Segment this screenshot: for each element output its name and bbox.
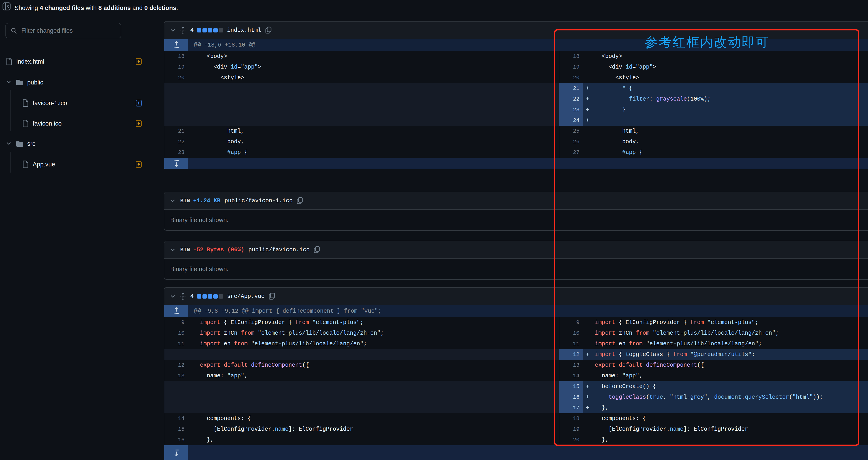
copy-path-button[interactable] [296, 197, 304, 205]
line-number: 18 [559, 413, 583, 424]
line-number: 11 [559, 339, 583, 349]
line-number: 26 [559, 136, 583, 147]
diff-code-row: 21 + * { [559, 83, 868, 94]
drag-handle[interactable] [180, 26, 186, 34]
expand-up-button[interactable] [164, 305, 188, 317]
chevron-down-icon [169, 197, 176, 204]
code-line: <div id="app"> [200, 62, 559, 72]
hunk-header-text: @@ -18,6 +18,10 @@ [194, 39, 255, 51]
line-number: 20 [164, 72, 188, 83]
line-number: 12 [164, 360, 188, 371]
diff-code-row: 12 + import { toggleClass } from "@purea… [559, 349, 868, 360]
filter-changed-files-input[interactable] [21, 27, 113, 34]
file-name[interactable]: public/favicon-1.ico [224, 197, 292, 204]
file-name[interactable]: public/favicon.ico [248, 247, 310, 253]
chevron-down-icon[interactable] [5, 79, 12, 86]
line-number: 15 [164, 424, 188, 435]
diff-marker [583, 413, 595, 424]
diff-marker [583, 360, 595, 371]
diff-marker [583, 126, 595, 136]
diff-marker: + [583, 349, 595, 360]
diff-code-row: 13 export default defineComponent({ [559, 360, 868, 371]
code-line: export default defineComponent({ [200, 360, 559, 371]
line-number: 16 [164, 435, 188, 445]
line-number: 13 [559, 360, 583, 371]
file-icon [5, 57, 13, 66]
diff-code-row: 18 <body> [164, 51, 559, 62]
file-header[interactable]: BIN +1.24 KB public/favicon-1.ico [164, 192, 868, 210]
file-section-public-favicon-1-ico: BIN +1.24 KB public/favicon-1.ico Binary… [164, 192, 868, 231]
diff-code-row: 26 body, [559, 136, 868, 147]
sidebar-item-src[interactable]: src [0, 136, 150, 151]
diff-code-row: 9 import { ElConfigProvider } from "elem… [164, 317, 559, 328]
drag-handle-icon [180, 292, 186, 301]
tree-item-label: index.html [17, 58, 44, 65]
line-number: 15 [559, 381, 583, 392]
sidebar-item-app-vue[interactable]: App.vue [0, 157, 150, 172]
collapse-section-button[interactable] [169, 293, 176, 300]
tree-guide-line [10, 152, 11, 173]
code-line: body, [200, 136, 559, 147]
diff-code-row: 18 components: { [559, 413, 868, 424]
diff-code-row: 10 import zhCn from "element-plus/lib/lo… [559, 328, 868, 339]
diff-code-row: 20 }, [559, 435, 868, 445]
expand-up-button[interactable] [164, 39, 188, 51]
modified-status-icon [136, 120, 142, 127]
file-name[interactable]: index.html [227, 27, 261, 34]
sidebar-item-favicon-ico[interactable]: favicon.ico [0, 116, 150, 131]
chevron-down-icon[interactable] [5, 140, 12, 147]
collapse-file-tree-icon[interactable] [2, 2, 11, 11]
copy-path-button[interactable] [313, 246, 320, 254]
diff-marker [188, 72, 200, 83]
chevron-down-icon [169, 27, 176, 34]
sidebar-item-index-html[interactable]: index.html [0, 54, 150, 69]
diff-filler-row [164, 104, 559, 115]
file-name[interactable]: src/App.vue [227, 293, 265, 300]
diff-marker [583, 317, 595, 328]
diff-marker [583, 51, 595, 62]
diff-marker [188, 147, 200, 158]
expand-down-button[interactable] [164, 445, 188, 460]
chevron-down-icon[interactable] [5, 140, 12, 147]
expand-down-button[interactable] [164, 158, 188, 169]
diff-filler-row [164, 115, 559, 126]
diff-filler-row [164, 349, 559, 360]
chevron-down-icon[interactable] [5, 79, 12, 85]
drag-handle[interactable] [180, 292, 186, 301]
changes-count: 4 [190, 293, 194, 300]
filter-changed-files-box[interactable] [5, 23, 121, 38]
file-section-public-favicon-ico: BIN -52 Bytes (96%) public/favicon.ico B… [164, 241, 868, 280]
annotation-text: 参考红框内改动即可 [629, 34, 785, 51]
file-header[interactable]: 4 src/App.vue [164, 288, 868, 305]
diff-marker [583, 328, 595, 339]
code-line: import { ElConfigProvider } from "elemen… [200, 317, 559, 328]
file-section-src-app-vue: 4 src/App.vue @@ -9,8 +9,12 @@ import { … [164, 287, 868, 460]
collapse-section-button[interactable] [169, 27, 176, 34]
diff-marker [188, 435, 200, 445]
diff-code-row: 14 name: "app", [559, 371, 868, 381]
copy-icon [265, 26, 272, 34]
diff-stat-blocks [197, 294, 223, 299]
code-line: filter: grayscale(100%); [595, 94, 868, 104]
copy-path-button[interactable] [268, 293, 276, 300]
file-header[interactable]: BIN -52 Bytes (96%) public/favicon.ico [164, 241, 868, 259]
diff-marker: + [583, 83, 595, 94]
copy-icon [313, 246, 320, 254]
diff-marker: + [583, 403, 595, 413]
code-line: components: { [200, 413, 559, 424]
collapse-section-button[interactable] [169, 246, 176, 253]
diff-filler-row [164, 94, 559, 104]
expand-row [164, 445, 868, 460]
line-number: 20 [559, 72, 583, 83]
line-number: 21 [559, 83, 583, 94]
diff-code-row: 12 export default defineComponent({ [164, 360, 559, 371]
diff-marker [583, 339, 595, 349]
diff-filler-row [164, 381, 559, 392]
sidebar-item-favicon-1-ico[interactable]: favicon-1.ico+ [0, 96, 150, 110]
diff-marker [188, 136, 200, 147]
diff-filler-row [164, 83, 559, 94]
chevron-down-icon [169, 293, 176, 300]
collapse-section-button[interactable] [169, 197, 176, 204]
copy-path-button[interactable] [265, 26, 272, 34]
sidebar-item-public[interactable]: public [0, 75, 150, 90]
